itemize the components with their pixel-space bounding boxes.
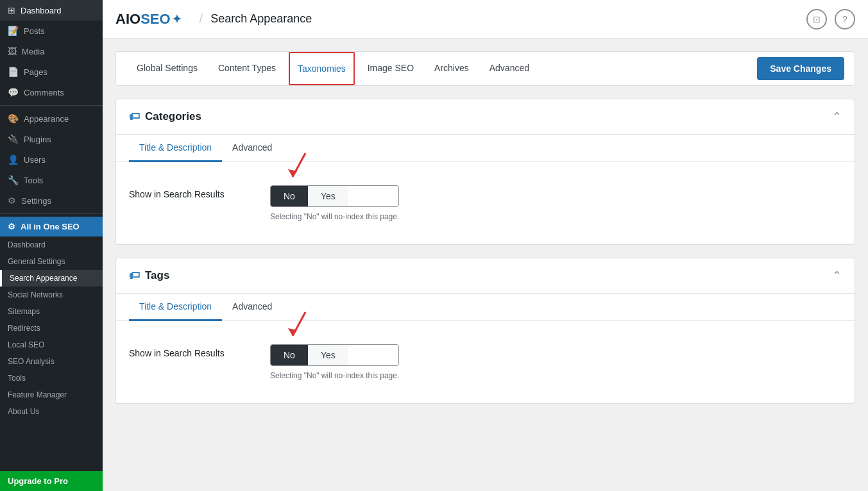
topbar-divider: / (200, 12, 203, 26)
categories-toggle-group: No Yes (270, 185, 399, 207)
categories-toggle-yes-button[interactable]: Yes (308, 186, 348, 206)
help-icon-button[interactable]: ? (835, 9, 855, 29)
categories-collapse-button[interactable]: ⌃ (832, 110, 842, 124)
tags-tab-advanced[interactable]: Advanced (222, 294, 282, 321)
tags-tab-title-description[interactable]: Title & Description (129, 294, 222, 321)
tab-content-types[interactable]: Content Types (208, 53, 286, 85)
categories-toggle-no-button[interactable]: No (271, 186, 308, 206)
page-content: Global Settings Content Types Taxonomies… (103, 38, 868, 491)
categories-tab-title-description[interactable]: Title & Description (129, 135, 222, 162)
tags-header: 🏷 Tags ⌃ (116, 258, 855, 294)
sidebar-item-dashboard[interactable]: ⊞ Dashboard (0, 0, 103, 21)
logo: AIOSEO✦ (115, 11, 182, 28)
question-icon: ? (842, 14, 847, 24)
sidebar-item-tools[interactable]: 🔧 Tools (0, 170, 103, 190)
tags-toggle-group: No Yes (270, 344, 399, 366)
settings-icon: ⚙ (8, 196, 16, 206)
tags-show-in-search-row: Show in Search Results No Yes (129, 334, 842, 390)
topbar-icons: ⊡ ? (806, 9, 855, 29)
tab-global-settings[interactable]: Global Settings (126, 53, 208, 85)
tab-taxonomies[interactable]: Taxonomies (289, 52, 355, 85)
sidebar-item-aio-redirects[interactable]: Redirects (0, 320, 103, 337)
sidebar-item-users[interactable]: 👤 Users (0, 149, 103, 170)
save-changes-button[interactable]: Save Changes (757, 57, 844, 80)
page-title: Search Appearance (210, 12, 312, 26)
tags-section: 🏷 Tags ⌃ Title & Description Advanced Sh… (115, 258, 855, 404)
sidebar-item-aio-dashboard[interactable]: Dashboard (0, 237, 103, 253)
tools-icon: 🔧 (8, 175, 19, 185)
categories-inner-tabs: Title & Description Advanced (116, 135, 855, 162)
categories-hint: Selecting "No" will no-index this page. (270, 212, 399, 221)
tab-archives[interactable]: Archives (424, 53, 479, 85)
sidebar: ⊞ Dashboard 📝 Posts 🖼 Media 📄 Pages 💬 Co… (0, 0, 103, 491)
main-content: AIOSEO✦ / Search Appearance ⊡ ? Global S… (103, 0, 868, 491)
sidebar-item-posts[interactable]: 📝 Posts (0, 21, 103, 41)
sidebar-item-aio-local[interactable]: Local SEO (0, 337, 103, 353)
appearance-icon: 🎨 (8, 113, 19, 124)
pages-icon: 📄 (8, 67, 19, 77)
logo-aio: AIO (115, 11, 140, 28)
tags-arrow-container: No Yes (270, 344, 399, 366)
tags-hint: Selecting "No" will no-index this page. (270, 371, 399, 380)
sidebar-item-aio-feature[interactable]: Feature Manager (0, 387, 103, 403)
sidebar-item-aio-analysis[interactable]: SEO Analysis (0, 353, 103, 370)
logo-star: ✦ (172, 12, 182, 26)
sidebar-item-aio-tools[interactable]: Tools (0, 370, 103, 387)
sidebar-item-media[interactable]: 🖼 Media (0, 41, 103, 62)
upgrade-to-pro-button[interactable]: Upgrade to Pro (0, 471, 103, 491)
sidebar-divider-2 (0, 213, 103, 214)
tab-bar: Global Settings Content Types Taxonomies… (115, 51, 855, 86)
tab-advanced[interactable]: Advanced (479, 53, 540, 85)
sidebar-item-settings[interactable]: ⚙ Settings (0, 190, 103, 211)
categories-show-in-search-label: Show in Search Results (129, 185, 257, 199)
topbar: AIOSEO✦ / Search Appearance ⊡ ? (103, 0, 868, 38)
users-icon: 👤 (8, 154, 19, 165)
aioseo-section: ⚙ All in One SEO Dashboard General Setti… (0, 217, 103, 420)
categories-tag-icon: 🏷 (129, 110, 140, 123)
sidebar-item-comments[interactable]: 💬 Comments (0, 82, 103, 103)
tags-body: Show in Search Results No Yes (116, 321, 855, 403)
sidebar-item-appearance[interactable]: 🎨 Appearance (0, 108, 103, 129)
aioseo-header[interactable]: ⚙ All in One SEO (0, 217, 103, 237)
tags-toggle-no-button[interactable]: No (271, 345, 308, 365)
tags-show-in-search-control: No Yes Selecting "No" will no-index this… (270, 344, 399, 380)
tags-toggle-yes-button[interactable]: Yes (308, 345, 348, 365)
tags-collapse-button[interactable]: ⌃ (832, 269, 842, 283)
sidebar-item-aio-about[interactable]: About Us (0, 403, 103, 420)
plugins-icon: 🔌 (8, 134, 19, 144)
categories-section: 🏷 Categories ⌃ Title & Description Advan… (115, 99, 855, 245)
tags-red-arrow (277, 309, 315, 341)
sidebar-item-plugins[interactable]: 🔌 Plugins (0, 129, 103, 149)
categories-tab-advanced[interactable]: Advanced (222, 135, 282, 162)
categories-red-arrow (277, 150, 315, 182)
tab-image-seo[interactable]: Image SEO (357, 53, 424, 85)
dashboard-icon: ⊞ (8, 5, 15, 15)
media-icon: 🖼 (8, 46, 17, 56)
categories-show-in-search-row: Show in Search Results No Yes (129, 175, 842, 231)
categories-header: 🏷 Categories ⌃ (116, 99, 855, 135)
sidebar-item-aio-sitemaps[interactable]: Sitemaps (0, 303, 103, 320)
monitor-icon-button[interactable]: ⊡ (806, 9, 827, 29)
sidebar-item-pages[interactable]: 📄 Pages (0, 62, 103, 82)
sidebar-item-aio-social[interactable]: Social Networks (0, 287, 103, 303)
tags-title: 🏷 Tags (129, 269, 169, 282)
tags-inner-tabs: Title & Description Advanced (116, 294, 855, 321)
aioseo-icon: ⚙ (8, 222, 15, 231)
monitor-icon: ⊡ (813, 14, 821, 24)
tags-show-in-search-label: Show in Search Results (129, 344, 257, 358)
posts-icon: 📝 (8, 26, 19, 36)
tags-tag-icon: 🏷 (129, 269, 140, 282)
categories-body: Show in Search Results No Yes (116, 162, 855, 244)
sidebar-item-aio-search[interactable]: Search Appearance (0, 270, 103, 287)
categories-show-in-search-control: No Yes Selecting "No" will no-index this… (270, 185, 399, 221)
comments-icon: 💬 (8, 87, 19, 97)
sidebar-divider (0, 105, 103, 106)
sidebar-item-aio-general[interactable]: General Settings (0, 253, 103, 270)
categories-arrow-container: No Yes (270, 185, 399, 207)
logo-seo: SEO (140, 11, 170, 28)
categories-title: 🏷 Categories (129, 110, 201, 123)
